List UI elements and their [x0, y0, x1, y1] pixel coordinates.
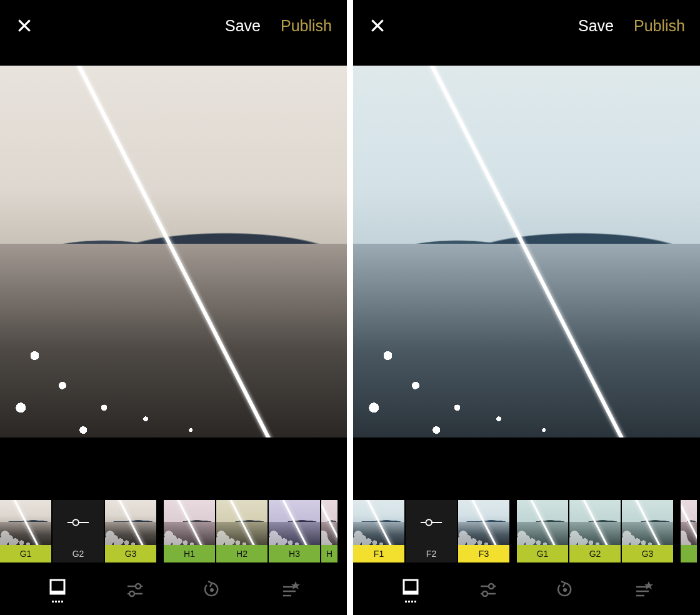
publish-button[interactable]: Publish: [281, 17, 332, 35]
svg-point-22: [489, 584, 494, 589]
save-button[interactable]: Save: [225, 17, 261, 35]
editor-pane-1: Save Publish F1 F2 F3: [353, 0, 700, 615]
filter-strip[interactable]: F1 F2 F3 G1 G2: [353, 500, 700, 562]
svg-point-25: [563, 588, 567, 592]
svg-marker-14: [291, 581, 300, 589]
svg-point-9: [129, 591, 134, 596]
filter-label: H: [321, 545, 338, 562]
filter-thumb-G3[interactable]: G3: [622, 500, 673, 562]
filter-label: G2: [569, 545, 621, 562]
photo-preview[interactable]: [0, 66, 347, 438]
filter-thumb-F2[interactable]: F2: [406, 500, 457, 562]
presets-tab[interactable]: [395, 574, 426, 606]
photo-preview[interactable]: [353, 66, 700, 438]
editor-pane-0: Save Publish G1 G2 G3: [0, 0, 347, 615]
close-icon[interactable]: [368, 16, 387, 35]
publish-button[interactable]: Publish: [634, 17, 685, 35]
close-icon[interactable]: [15, 16, 34, 35]
top-bar: Save Publish: [353, 0, 700, 51]
svg-marker-29: [644, 581, 653, 589]
bottom-nav: [0, 562, 347, 612]
filter-thumb-H[interactable]: H: [321, 500, 338, 562]
filter-label: G3: [105, 545, 156, 562]
svg-point-24: [482, 591, 488, 596]
filter-thumb-F3[interactable]: F3: [458, 500, 509, 562]
filter-thumb-H2[interactable]: H2: [216, 500, 268, 562]
filter-label: G2: [52, 545, 104, 562]
adjust-tab[interactable]: [119, 574, 151, 606]
intensity-icon: [52, 500, 104, 545]
svg-rect-5: [51, 591, 64, 594]
filter-thumb-F1[interactable]: F1: [353, 500, 404, 562]
filter-thumb-H3[interactable]: H3: [269, 500, 320, 562]
svg-point-18: [426, 519, 432, 526]
filter-label: F3: [458, 545, 509, 562]
history-tab[interactable]: [196, 574, 228, 606]
filter-thumb-G2[interactable]: G2: [569, 500, 621, 562]
filter-label: G3: [622, 545, 673, 562]
filter-thumb-G2[interactable]: G2: [52, 500, 104, 562]
history-tab[interactable]: [549, 574, 581, 606]
bottom-nav: [353, 562, 700, 612]
filter-thumb-G1[interactable]: G1: [0, 500, 51, 562]
adjust-tab[interactable]: [472, 574, 504, 606]
filter-label: G1: [517, 545, 568, 562]
presets-tab[interactable]: [42, 574, 73, 606]
favorites-tab[interactable]: [274, 574, 305, 606]
svg-point-10: [210, 588, 214, 592]
svg-point-7: [136, 584, 141, 589]
save-button[interactable]: Save: [578, 17, 614, 35]
top-bar: Save Publish: [0, 0, 347, 51]
filter-thumb-H1[interactable]: H1: [164, 500, 215, 562]
filter-label: H3: [269, 545, 320, 562]
svg-rect-20: [404, 591, 418, 594]
filter-label: F1: [353, 545, 404, 562]
filter-thumb-[interactable]: [681, 500, 697, 562]
filter-label: H1: [164, 545, 215, 562]
filter-label: F2: [406, 545, 457, 562]
filter-label: G1: [0, 545, 51, 562]
filter-thumb-G3[interactable]: G3: [105, 500, 156, 562]
favorites-tab[interactable]: [627, 574, 658, 606]
filter-strip[interactable]: G1 G2 G3 H1 H2: [0, 500, 347, 562]
intensity-icon: [406, 500, 457, 545]
svg-point-3: [72, 519, 79, 526]
filter-label: [681, 545, 697, 562]
filter-thumb-G1[interactable]: G1: [517, 500, 568, 562]
filter-label: H2: [216, 545, 268, 562]
